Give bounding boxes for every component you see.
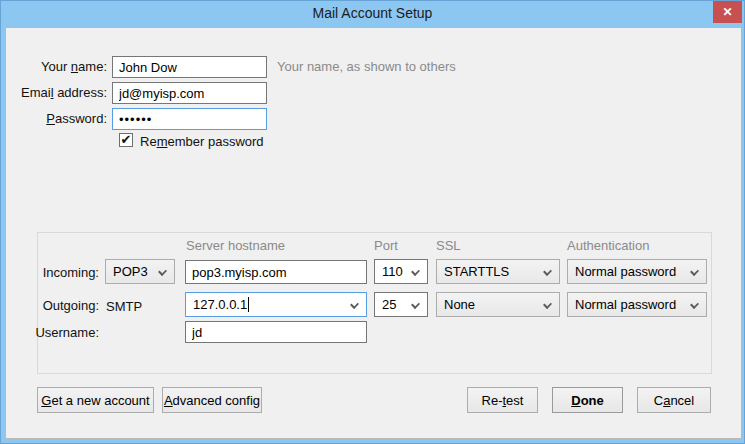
chevron-down-icon [350, 300, 359, 309]
your-name-label: Your name: [12, 59, 107, 74]
outgoing-auth-dropdown[interactable]: Normal password [567, 292, 707, 317]
window-title: Mail Account Setup [1, 5, 744, 21]
remember-password-label[interactable]: Remember password [140, 134, 264, 149]
authentication-column-header: Authentication [567, 238, 649, 253]
remember-password-checkbox[interactable]: ✔ [119, 133, 133, 147]
username-input[interactable] [185, 321, 367, 343]
username-label: Username: [16, 325, 99, 340]
your-name-input[interactable] [112, 56, 267, 78]
incoming-port-dropdown[interactable]: 110 [374, 259, 428, 284]
mail-account-setup-dialog: Mail Account Setup ✕ Your name: Your nam… [0, 0, 745, 444]
incoming-hostname-input[interactable] [185, 260, 367, 284]
chevron-down-icon [543, 267, 552, 276]
email-address-input[interactable] [112, 82, 267, 104]
outgoing-ssl-dropdown[interactable]: None [436, 292, 560, 317]
chevron-down-icon [690, 267, 699, 276]
outgoing-label: Outgoing: [16, 298, 99, 313]
retest-button[interactable]: Re-test [467, 387, 538, 413]
cancel-button[interactable]: Cancel [637, 387, 711, 413]
outgoing-port-dropdown[interactable]: 25 [374, 292, 428, 317]
name-hint-text: Your name, as shown to others [277, 59, 456, 74]
server-hostname-column-header: Server hostname [186, 238, 285, 253]
incoming-label: Incoming: [16, 265, 99, 280]
titlebar[interactable]: Mail Account Setup ✕ [1, 1, 744, 27]
email-address-label: Email address: [12, 85, 107, 100]
chevron-down-icon [411, 267, 420, 276]
incoming-ssl-dropdown[interactable]: STARTTLS [436, 259, 560, 284]
close-button[interactable]: ✕ [713, 1, 742, 23]
incoming-auth-dropdown[interactable]: Normal password [567, 259, 707, 284]
incoming-protocol-dropdown[interactable]: POP3 [105, 259, 175, 284]
port-column-header: Port [374, 238, 398, 253]
text-cursor [248, 297, 249, 312]
dialog-content: Your name: Your name, as shown to others… [5, 27, 742, 439]
close-icon: ✕ [722, 5, 732, 19]
done-button[interactable]: Done [552, 387, 623, 413]
checkmark-icon: ✔ [121, 133, 132, 146]
advanced-config-button[interactable]: Advanced config [162, 387, 262, 413]
chevron-down-icon [411, 300, 420, 309]
chevron-down-icon [690, 300, 699, 309]
chevron-down-icon [543, 300, 552, 309]
chevron-down-icon [158, 267, 167, 276]
outgoing-hostname-combobox[interactable]: 127.0.0.1 [185, 292, 367, 317]
ssl-column-header: SSL [436, 238, 461, 253]
outgoing-protocol-label: SMTP [106, 299, 142, 314]
get-new-account-button[interactable]: Get a new account [37, 387, 154, 413]
password-input[interactable] [112, 108, 267, 130]
password-label: Password: [12, 111, 107, 126]
